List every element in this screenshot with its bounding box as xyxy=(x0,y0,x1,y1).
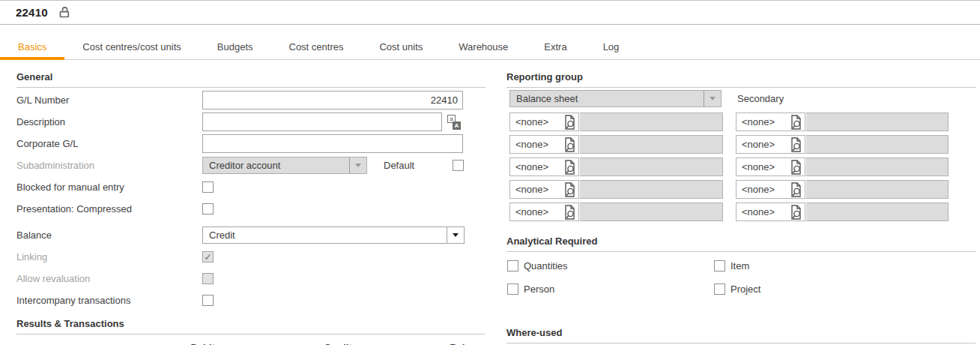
title-bar: 22410 xyxy=(0,0,980,25)
reporting-group-lookup-row: <none> xyxy=(509,112,723,131)
blocked-checkbox[interactable] xyxy=(202,182,214,193)
description-label: Description xyxy=(16,116,202,128)
results-table-header: Debit Credit Balance xyxy=(16,342,486,345)
presentation-label: Presentation: Compressed xyxy=(16,203,202,214)
option-item: Item xyxy=(714,260,976,272)
document-search-icon[interactable] xyxy=(790,115,802,130)
lookup-none-button[interactable]: <none> xyxy=(736,158,805,176)
translate-icon[interactable]: a A xyxy=(447,115,462,130)
item-checkbox[interactable] xyxy=(714,260,725,272)
person-label: Person xyxy=(524,284,554,295)
section-results-transactions: Results & Transactions xyxy=(16,318,486,334)
document-search-icon[interactable] xyxy=(563,182,576,197)
description-field[interactable] xyxy=(202,112,442,131)
section-analytical-required: Analytical Required xyxy=(506,236,976,252)
chevron-down-icon[interactable] xyxy=(447,227,464,243)
subadministration-label: Subadministration xyxy=(16,160,202,171)
lookup-none-button[interactable]: <none> xyxy=(509,112,579,131)
row-linking: Linking xyxy=(16,246,486,268)
document-search-icon[interactable] xyxy=(563,205,576,220)
gl-number-label: G/L Number xyxy=(16,94,202,106)
item-label: Item xyxy=(731,260,749,272)
reporting-group-lookup-row: <none> xyxy=(736,180,949,199)
document-search-icon[interactable] xyxy=(790,182,802,197)
chevron-down-icon xyxy=(349,158,366,173)
balance-select[interactable]: Credit xyxy=(202,226,465,244)
lookup-none-button[interactable]: <none> xyxy=(509,180,579,199)
document-search-icon[interactable] xyxy=(563,137,576,152)
row-allow-revaluation: Allow revaluation xyxy=(16,268,486,290)
project-label: Project xyxy=(731,284,760,295)
document-search-icon[interactable] xyxy=(790,205,802,220)
reporting-group-lookup-row: <none> xyxy=(736,158,949,176)
lookup-value-field xyxy=(806,135,949,154)
balance-label: Balance xyxy=(16,230,202,241)
lookup-none-button[interactable]: <none> xyxy=(509,202,579,221)
tab-log[interactable]: Log xyxy=(585,36,638,60)
row-subadministration: Subadministration Creditor account Defau… xyxy=(16,154,486,176)
unlock-icon[interactable] xyxy=(58,6,71,19)
column-header-debit: Debit xyxy=(16,342,215,345)
row-presentation: Presentation: Compressed xyxy=(16,198,486,220)
lookup-none-button[interactable]: <none> xyxy=(736,135,805,154)
linking-checkbox xyxy=(202,251,214,262)
lookup-value-field xyxy=(806,180,949,199)
reporting-group-lookup-row: <none> xyxy=(509,135,723,154)
tab-basics[interactable]: Basics xyxy=(0,36,64,60)
intercompany-checkbox[interactable] xyxy=(202,295,214,306)
reporting-group-lookup-row: <none> xyxy=(736,112,949,131)
document-search-icon[interactable] xyxy=(790,160,802,175)
row-intercompany: Intercompany transactions xyxy=(16,290,486,311)
row-blocked: Blocked for manual entry xyxy=(16,176,486,198)
tab-cost-units[interactable]: Cost units xyxy=(361,36,441,60)
lookup-none-button[interactable]: <none> xyxy=(509,135,579,154)
chevron-down-icon xyxy=(704,91,721,106)
document-search-icon[interactable] xyxy=(563,115,576,130)
lookup-none-button[interactable]: <none> xyxy=(736,112,805,131)
row-balance: Balance Credit xyxy=(16,224,486,246)
quantities-checkbox[interactable] xyxy=(507,260,518,272)
row-gl-number: G/L Number xyxy=(16,89,486,111)
analytical-options: Quantities Item Person Project xyxy=(506,260,976,295)
tab-extra[interactable]: Extra xyxy=(526,36,584,60)
column-header-balance: Balance xyxy=(352,342,487,345)
blocked-label: Blocked for manual entry xyxy=(16,182,202,193)
reporting-group-lookup-row: <none> xyxy=(736,135,949,154)
document-search-icon[interactable] xyxy=(790,137,802,152)
tab-warehouse[interactable]: Warehouse xyxy=(441,36,526,60)
row-corporate-gl: Corporate G/L xyxy=(16,133,486,154)
general-form: G/L Number Description a A Corporate G/L xyxy=(16,89,486,311)
section-where-used: Where-used xyxy=(506,327,976,344)
person-checkbox[interactable] xyxy=(507,284,518,295)
reporting-group-lookup-row: <none> xyxy=(509,202,723,221)
lookup-none-button[interactable]: <none> xyxy=(509,158,579,176)
reporting-group-lookup-row: <none> xyxy=(736,202,949,221)
presentation-checkbox[interactable] xyxy=(202,203,214,214)
lookup-value-field xyxy=(580,202,723,221)
secondary-label: Secondary xyxy=(736,93,949,104)
lookup-value-field xyxy=(580,112,723,131)
lookup-value-field xyxy=(806,158,949,176)
allow-revaluation-label: Allow revaluation xyxy=(16,273,202,284)
tab-cost-centres-cost-units[interactable]: Cost centres/cost units xyxy=(64,36,199,60)
lookup-value-field xyxy=(580,158,723,176)
default-checkbox[interactable] xyxy=(453,160,464,171)
tab-budgets[interactable]: Budgets xyxy=(199,36,271,60)
lookup-value-field xyxy=(580,135,723,154)
corporate-gl-field[interactable] xyxy=(202,134,463,153)
linking-label: Linking xyxy=(16,251,202,262)
row-description: Description a A xyxy=(16,111,486,133)
tab-bar: Basics Cost centres/cost units Budgets C… xyxy=(0,36,980,60)
page-title: 22410 xyxy=(16,6,48,19)
project-checkbox[interactable] xyxy=(714,284,725,295)
quantities-label: Quantities xyxy=(524,260,568,272)
gl-number-field[interactable] xyxy=(202,91,463,110)
lookup-none-button[interactable]: <none> xyxy=(736,202,805,221)
tab-cost-centres[interactable]: Cost centres xyxy=(271,36,362,60)
intercompany-label: Intercompany transactions xyxy=(16,295,202,306)
column-header-credit: Credit xyxy=(215,342,352,345)
lookup-none-button[interactable]: <none> xyxy=(736,180,805,199)
document-search-icon[interactable] xyxy=(563,160,576,175)
default-label: Default xyxy=(384,160,414,171)
section-general: General xyxy=(16,71,486,88)
